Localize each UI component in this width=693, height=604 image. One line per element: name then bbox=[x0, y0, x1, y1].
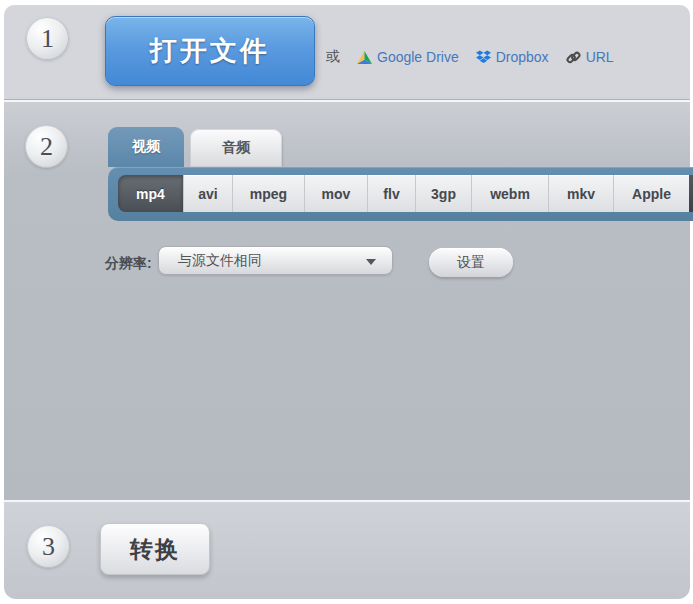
tab-video-label: 视频 bbox=[132, 138, 160, 156]
format-button-mkv[interactable]: mkv bbox=[548, 175, 613, 212]
dropbox-icon bbox=[476, 50, 491, 64]
step2-number: 2 bbox=[40, 132, 53, 162]
format-label: avi bbox=[198, 186, 217, 202]
chevron-down-icon bbox=[366, 259, 376, 265]
format-label: Apple bbox=[632, 186, 671, 202]
step1-number: 1 bbox=[41, 24, 54, 54]
format-button-mov[interactable]: mov bbox=[304, 175, 367, 212]
google-drive-icon bbox=[357, 51, 372, 64]
tab-audio-label: 音频 bbox=[222, 139, 250, 157]
convert-button[interactable]: 转换 bbox=[100, 523, 210, 575]
link-icon bbox=[566, 50, 581, 65]
format-buttons-row: mp4 avi mpeg mov flv 3gp webm mkv bbox=[118, 175, 693, 212]
step2-circle: 2 bbox=[25, 125, 68, 168]
format-button-3gp[interactable]: 3gp bbox=[415, 175, 471, 212]
convert-label: 转换 bbox=[130, 534, 180, 565]
resolution-label: 分辨率: bbox=[105, 255, 152, 273]
resolution-value: 与源文件相同 bbox=[178, 252, 262, 270]
format-button-mp4[interactable]: mp4 bbox=[118, 175, 183, 212]
google-drive-label: Google Drive bbox=[377, 49, 459, 65]
tab-video[interactable]: 视频 bbox=[108, 127, 184, 167]
format-label: mov bbox=[322, 186, 351, 202]
format-label: 3gp bbox=[431, 186, 456, 202]
step3-number: 3 bbox=[42, 532, 55, 562]
format-label: flv bbox=[383, 186, 399, 202]
tab-audio[interactable]: 音频 bbox=[190, 129, 282, 167]
format-button-apple[interactable]: Apple bbox=[613, 175, 689, 212]
format-bar: mp4 avi mpeg mov flv 3gp webm mkv bbox=[108, 167, 693, 221]
step1-circle: 1 bbox=[26, 17, 69, 60]
converter-app: 1 2 3 打开文件 或 Google Drive bbox=[4, 5, 690, 599]
format-label: mp4 bbox=[136, 186, 165, 202]
settings-button[interactable]: 设置 bbox=[429, 248, 513, 277]
open-file-button[interactable]: 打开文件 bbox=[105, 16, 315, 86]
url-label: URL bbox=[586, 49, 614, 65]
settings-label: 设置 bbox=[457, 254, 485, 272]
dropbox-label: Dropbox bbox=[496, 49, 549, 65]
format-button-webm[interactable]: webm bbox=[471, 175, 548, 212]
section-step2 bbox=[4, 100, 690, 500]
format-row-clipped-edge bbox=[689, 175, 693, 212]
format-button-mpeg[interactable]: mpeg bbox=[232, 175, 304, 212]
or-label: 或 bbox=[326, 48, 340, 66]
format-button-avi[interactable]: avi bbox=[183, 175, 232, 212]
resolution-select[interactable]: 与源文件相同 bbox=[158, 246, 393, 275]
format-label: mkv bbox=[567, 186, 595, 202]
source-links-row: 或 Google Drive Dropbox bbox=[326, 43, 614, 71]
open-file-label: 打开文件 bbox=[150, 33, 270, 69]
format-label: mpeg bbox=[250, 186, 287, 202]
format-button-flv[interactable]: flv bbox=[367, 175, 415, 212]
format-label: webm bbox=[490, 186, 530, 202]
dropbox-link[interactable]: Dropbox bbox=[476, 49, 549, 65]
step3-circle: 3 bbox=[27, 525, 70, 568]
url-link[interactable]: URL bbox=[566, 49, 614, 65]
google-drive-link[interactable]: Google Drive bbox=[357, 49, 459, 65]
